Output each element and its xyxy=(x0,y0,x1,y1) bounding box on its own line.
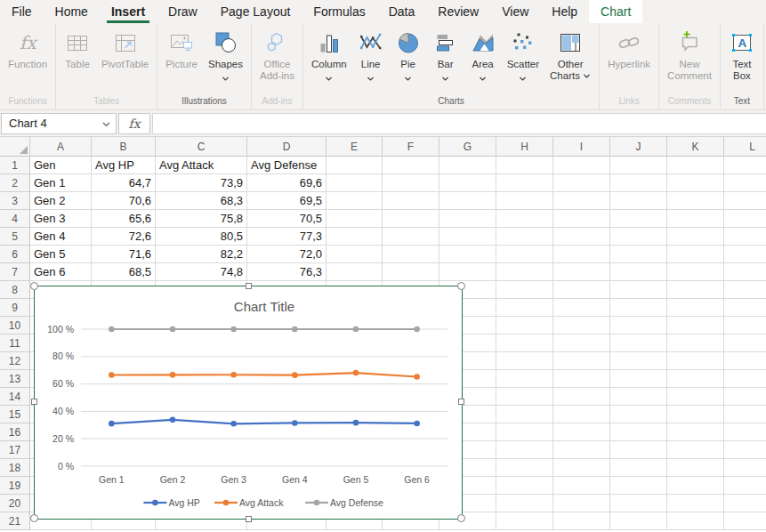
cell-I12[interactable] xyxy=(553,352,610,370)
cell-F7[interactable] xyxy=(383,263,439,281)
row-header-2[interactable]: 2 xyxy=(0,174,30,192)
column-header-f[interactable]: F xyxy=(383,137,439,157)
cell-L12[interactable] xyxy=(724,352,766,370)
row-header-9[interactable]: 9 xyxy=(0,299,30,317)
series-marker-avg-attack[interactable] xyxy=(353,370,359,376)
ribbon-button-line[interactable]: Line xyxy=(352,23,390,85)
cell-J6[interactable] xyxy=(610,246,667,263)
cell-I7[interactable] xyxy=(553,263,610,281)
cell-K1[interactable] xyxy=(667,157,724,174)
cell-L14[interactable] xyxy=(724,388,766,406)
cell-I16[interactable] xyxy=(553,423,610,441)
ribbon-button-area[interactable]: Area xyxy=(464,23,502,85)
ribbon-button-scatter[interactable]: Scatter xyxy=(502,23,544,85)
cell-L3[interactable] xyxy=(724,192,766,210)
cell-I19[interactable] xyxy=(553,477,610,495)
cell-K10[interactable] xyxy=(667,317,724,335)
column-header-d[interactable]: D xyxy=(247,137,327,157)
series-marker-avg-hp[interactable] xyxy=(292,420,298,426)
cell-A2[interactable]: Gen 1 xyxy=(30,174,92,192)
cell-D1[interactable]: Avg Defense xyxy=(247,157,327,174)
cell-F2[interactable] xyxy=(383,174,439,192)
tab-data[interactable]: Data xyxy=(377,0,427,23)
cell-H10[interactable] xyxy=(496,317,553,335)
cell-C6[interactable]: 82,2 xyxy=(156,246,247,263)
cell-H5[interactable] xyxy=(496,228,553,246)
cell-F4[interactable] xyxy=(383,210,439,228)
legend-item-avg-defense[interactable]: Avg Defense xyxy=(305,497,383,508)
cell-D3[interactable]: 69,5 xyxy=(247,192,327,210)
row-header-13[interactable]: 13 xyxy=(0,370,30,388)
cell-B6[interactable]: 71,6 xyxy=(92,246,156,263)
series-marker-avg-attack[interactable] xyxy=(170,372,176,378)
cell-K12[interactable] xyxy=(667,352,724,370)
series-marker-avg-defense[interactable] xyxy=(230,326,237,333)
cell-I18[interactable] xyxy=(553,459,610,477)
ribbon-button-column[interactable]: Column xyxy=(306,23,352,85)
cell-A1[interactable]: Gen xyxy=(30,157,92,174)
cell-E5[interactable] xyxy=(327,228,383,246)
cell-B1[interactable]: Avg HP xyxy=(92,157,156,174)
ribbon-button-pie[interactable]: Pie xyxy=(390,23,427,85)
selection-handle-corner-1[interactable] xyxy=(457,282,465,290)
series-line-avg-attack[interactable] xyxy=(111,373,416,376)
cell-B3[interactable]: 70,6 xyxy=(92,192,156,210)
cell-K15[interactable] xyxy=(667,406,724,423)
cell-J9[interactable] xyxy=(610,299,667,317)
cell-L4[interactable] xyxy=(724,210,766,228)
cell-G1[interactable] xyxy=(439,157,496,174)
row-header-1[interactable]: 1 xyxy=(0,157,30,174)
tab-file[interactable]: File xyxy=(0,0,44,23)
cell-L13[interactable] xyxy=(724,370,766,388)
cell-J8[interactable] xyxy=(610,281,667,299)
cell-L10[interactable] xyxy=(724,317,766,335)
cell-E4[interactable] xyxy=(327,210,383,228)
cell-H13[interactable] xyxy=(496,370,553,388)
cell-G5[interactable] xyxy=(439,228,496,246)
cell-L18[interactable] xyxy=(724,459,766,477)
insert-function-button[interactable]: fx xyxy=(118,113,150,134)
selection-handle-corner-2[interactable] xyxy=(30,514,38,522)
tab-view[interactable]: View xyxy=(490,0,540,23)
cell-K19[interactable] xyxy=(667,477,724,495)
series-marker-avg-attack[interactable] xyxy=(292,372,298,378)
cell-J19[interactable] xyxy=(610,477,667,495)
tab-formulas[interactable]: Formulas xyxy=(302,0,376,23)
cell-J17[interactable] xyxy=(610,441,667,459)
cell-H8[interactable] xyxy=(496,281,553,299)
row-header-19[interactable]: 19 xyxy=(0,477,30,495)
series-marker-avg-defense[interactable] xyxy=(292,326,298,333)
row-header-10[interactable]: 10 xyxy=(0,317,30,335)
cell-J11[interactable] xyxy=(610,335,667,352)
cell-D7[interactable]: 76,3 xyxy=(247,263,327,281)
row-header-11[interactable]: 11 xyxy=(0,335,30,352)
cell-K8[interactable] xyxy=(667,281,724,299)
cell-F6[interactable] xyxy=(383,246,439,263)
series-marker-avg-attack[interactable] xyxy=(230,372,237,378)
cell-D5[interactable]: 77,3 xyxy=(247,228,327,246)
ribbon-button-text-box[interactable]: AText Box xyxy=(723,23,761,82)
cell-H2[interactable] xyxy=(496,174,553,192)
tab-page-layout[interactable]: Page Layout xyxy=(209,0,302,23)
series-marker-avg-defense[interactable] xyxy=(109,326,115,333)
cell-C7[interactable]: 74,8 xyxy=(156,263,247,281)
cell-K11[interactable] xyxy=(667,335,724,352)
tab-draw[interactable]: Draw xyxy=(157,0,209,23)
cell-K9[interactable] xyxy=(667,299,724,317)
ribbon-button-other-charts[interactable]: OtherCharts xyxy=(544,23,596,82)
cell-K3[interactable] xyxy=(667,192,724,210)
cell-A4[interactable]: Gen 3 xyxy=(30,210,92,228)
tab-help[interactable]: Help xyxy=(540,0,589,23)
row-header-18[interactable]: 18 xyxy=(0,459,30,477)
legend-item-avg-attack[interactable]: Avg Attack xyxy=(214,497,284,508)
cell-H6[interactable] xyxy=(496,246,553,263)
cell-L9[interactable] xyxy=(724,299,766,317)
cell-K4[interactable] xyxy=(667,210,724,228)
row-header-15[interactable]: 15 xyxy=(0,406,30,423)
cell-H12[interactable] xyxy=(496,352,553,370)
cell-K6[interactable] xyxy=(667,246,724,263)
series-marker-avg-defense[interactable] xyxy=(353,326,359,333)
cell-L5[interactable] xyxy=(724,228,766,246)
tab-review[interactable]: Review xyxy=(426,0,490,23)
cell-B7[interactable]: 68,5 xyxy=(92,263,156,281)
